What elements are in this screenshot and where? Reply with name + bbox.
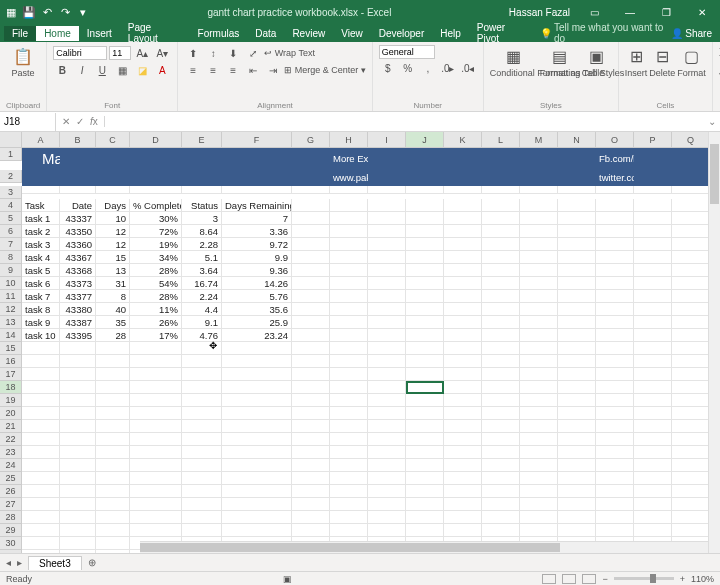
- row-header-25[interactable]: 25: [0, 472, 22, 485]
- cell-J4[interactable]: [406, 199, 444, 212]
- cell-P7[interactable]: [634, 238, 672, 251]
- cell-P3[interactable]: [634, 186, 672, 194]
- cell-F17[interactable]: [222, 368, 292, 381]
- cell-D8[interactable]: 34%: [130, 251, 182, 264]
- cell-F19[interactable]: [222, 394, 292, 407]
- cell-J18[interactable]: [406, 381, 444, 394]
- cell-O25[interactable]: [596, 472, 634, 485]
- header-task[interactable]: Task: [22, 199, 60, 212]
- cell-E17[interactable]: [182, 368, 222, 381]
- cell-I4[interactable]: [368, 199, 406, 212]
- cell-K9[interactable]: [444, 264, 482, 277]
- currency-icon[interactable]: $: [379, 60, 397, 76]
- number-format-select[interactable]: [379, 45, 435, 59]
- cell-D21[interactable]: [130, 420, 182, 433]
- cell-H27[interactable]: [330, 498, 368, 511]
- cell-L8[interactable]: [482, 251, 520, 264]
- cell-B26[interactable]: [60, 485, 96, 498]
- minimize-icon[interactable]: —: [612, 0, 648, 24]
- cell-E29[interactable]: [182, 524, 222, 537]
- cell-G20[interactable]: [292, 407, 330, 420]
- conditional-formatting-button[interactable]: ▦Conditional Formatting: [490, 45, 538, 78]
- cell-E25[interactable]: [182, 472, 222, 485]
- row-header-5[interactable]: 5: [0, 212, 22, 225]
- cell-N7[interactable]: [558, 238, 596, 251]
- cell-G29[interactable]: [292, 524, 330, 537]
- cell-L27[interactable]: [482, 498, 520, 511]
- cell-M23[interactable]: [520, 446, 558, 459]
- cell-H3[interactable]: [330, 186, 368, 194]
- cell-M10[interactable]: [520, 277, 558, 290]
- col-header-H[interactable]: H: [330, 132, 368, 148]
- col-header-F[interactable]: F: [222, 132, 292, 148]
- cell-J22[interactable]: [406, 433, 444, 446]
- cell-H25[interactable]: [330, 472, 368, 485]
- cell-A12[interactable]: task 8: [22, 303, 60, 316]
- cell-E11[interactable]: 2.24: [182, 290, 222, 303]
- row-header-30[interactable]: 30: [0, 537, 22, 550]
- cell-M19[interactable]: [520, 394, 558, 407]
- cell-K10[interactable]: [444, 277, 482, 290]
- row-header-14[interactable]: 14: [0, 329, 22, 342]
- cell-C6[interactable]: 12: [96, 225, 130, 238]
- cell-O27[interactable]: [596, 498, 634, 511]
- cell-B3[interactable]: [60, 186, 96, 194]
- macro-record-icon[interactable]: ▣: [283, 574, 292, 584]
- cell-H22[interactable]: [330, 433, 368, 446]
- tab-help[interactable]: Help: [432, 26, 469, 41]
- cell-Q14[interactable]: [672, 329, 710, 342]
- cell-J14[interactable]: [406, 329, 444, 342]
- cell-B30[interactable]: [60, 537, 96, 550]
- cell-O15[interactable]: [596, 342, 634, 355]
- cell-N25[interactable]: [558, 472, 596, 485]
- cell-O10[interactable]: [596, 277, 634, 290]
- cell-G24[interactable]: [292, 459, 330, 472]
- underline-icon[interactable]: U: [93, 62, 111, 78]
- comma-icon[interactable]: ,: [419, 60, 437, 76]
- cell-L24[interactable]: [482, 459, 520, 472]
- cell-P19[interactable]: [634, 394, 672, 407]
- col-header-K[interactable]: K: [444, 132, 482, 148]
- cell-M22[interactable]: [520, 433, 558, 446]
- cell-Q4[interactable]: [672, 199, 710, 212]
- cell-A10[interactable]: task 6: [22, 277, 60, 290]
- cell-I20[interactable]: [368, 407, 406, 420]
- cell-A8[interactable]: task 4: [22, 251, 60, 264]
- cell-C11[interactable]: 8: [96, 290, 130, 303]
- tab-home[interactable]: Home: [36, 26, 79, 41]
- cell-H12[interactable]: [330, 303, 368, 316]
- tab-view[interactable]: View: [333, 26, 371, 41]
- align-bottom-icon[interactable]: ⬇: [224, 45, 242, 61]
- cell-D27[interactable]: [130, 498, 182, 511]
- cell-I8[interactable]: [368, 251, 406, 264]
- fill-color-icon[interactable]: ◪: [133, 62, 151, 78]
- ribbon-options-icon[interactable]: ▭: [576, 0, 612, 24]
- indent-decrease-icon[interactable]: ⇤: [244, 62, 262, 78]
- cell-H21[interactable]: [330, 420, 368, 433]
- tab-file[interactable]: File: [4, 26, 36, 41]
- decrease-decimal-icon[interactable]: .0◂: [459, 60, 477, 76]
- zoom-in-icon[interactable]: +: [680, 574, 685, 584]
- cell-D23[interactable]: [130, 446, 182, 459]
- cell-F9[interactable]: 9.36: [222, 264, 292, 277]
- cell-B7[interactable]: 43360: [60, 238, 96, 251]
- cell-M27[interactable]: [520, 498, 558, 511]
- cell-J5[interactable]: [406, 212, 444, 225]
- decrease-font-icon[interactable]: A▾: [153, 45, 171, 61]
- col-header-N[interactable]: N: [558, 132, 596, 148]
- cell-L29[interactable]: [482, 524, 520, 537]
- cell-E22[interactable]: [182, 433, 222, 446]
- col-header-B[interactable]: B: [60, 132, 96, 148]
- cell-K19[interactable]: [444, 394, 482, 407]
- cell-I3[interactable]: [368, 186, 406, 194]
- cell-L15[interactable]: [482, 342, 520, 355]
- cell-F27[interactable]: [222, 498, 292, 511]
- cell-L28[interactable]: [482, 511, 520, 524]
- cell-L7[interactable]: [482, 238, 520, 251]
- cell-M4[interactable]: [520, 199, 558, 212]
- cell-E27[interactable]: [182, 498, 222, 511]
- cell-H28[interactable]: [330, 511, 368, 524]
- cell-B16[interactable]: [60, 355, 96, 368]
- header-remain[interactable]: Days Remaining: [222, 199, 292, 212]
- italic-icon[interactable]: I: [73, 62, 91, 78]
